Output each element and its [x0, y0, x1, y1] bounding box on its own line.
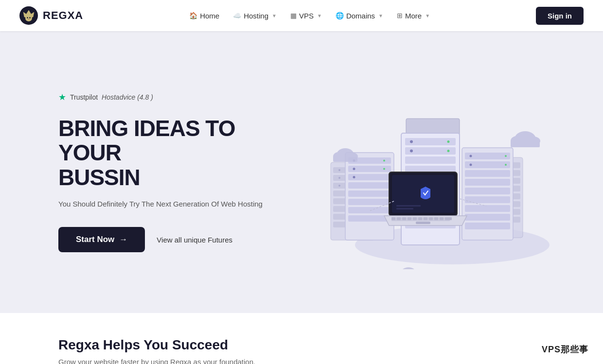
nav-domains[interactable]: 🌐 Domains ▼	[330, 8, 389, 24]
svg-point-71	[410, 150, 413, 153]
svg-point-55	[470, 164, 472, 166]
svg-rect-88	[440, 217, 443, 220]
view-features-link[interactable]: View all unique Futures	[157, 236, 232, 244]
bottom-title: Regxa Helps You Succeed	[58, 337, 545, 353]
svg-rect-98	[511, 140, 540, 147]
svg-rect-81	[402, 217, 406, 220]
svg-rect-76	[396, 205, 421, 207]
bottom-subtitle: Grow your website faster by using Regxa …	[58, 358, 545, 364]
svg-rect-84	[418, 217, 422, 220]
vps-icon: ▦	[290, 12, 297, 19]
svg-point-4	[29, 17, 30, 18]
hero-actions: Start Now → View all unique Futures	[58, 227, 292, 252]
vps-chevron: ▼	[317, 13, 322, 18]
svg-rect-87	[434, 217, 438, 220]
trustpilot-row: ★ Trustpilot Hostadvice (4.8 )	[58, 92, 292, 103]
svg-point-72	[447, 140, 450, 143]
trustpilot-star-icon: ★	[58, 92, 66, 103]
svg-rect-51	[465, 205, 510, 212]
more-icon: ⊞	[397, 12, 403, 19]
globe-icon: 🌐	[336, 12, 344, 19]
home-icon: 🏠	[189, 12, 197, 19]
svg-rect-86	[429, 217, 433, 220]
svg-rect-48	[465, 179, 510, 186]
svg-point-19	[338, 177, 340, 179]
svg-point-56	[505, 155, 507, 157]
svg-rect-25	[348, 182, 391, 189]
server-illustration	[302, 75, 554, 269]
svg-point-31	[353, 168, 355, 170]
svg-point-73	[447, 150, 450, 152]
svg-point-7	[31, 16, 33, 18]
svg-point-70	[410, 140, 413, 143]
svg-point-99	[401, 267, 416, 269]
svg-rect-26	[348, 191, 391, 197]
svg-rect-77	[396, 208, 413, 209]
svg-rect-62	[405, 156, 456, 164]
hosting-chevron: ▼	[272, 13, 277, 18]
hero-title-line2: BUSSIN	[58, 165, 292, 190]
cloud-icon: ☁️	[233, 12, 241, 19]
svg-point-3	[27, 17, 28, 18]
svg-rect-79	[391, 217, 395, 220]
svg-rect-83	[413, 217, 417, 220]
svg-rect-94	[333, 156, 357, 162]
trustpilot-label: Trustpilot	[70, 93, 98, 101]
nav-vps[interactable]: ▦ VPS ▼	[284, 8, 328, 24]
hero-subtitle: You Should Definitely Try The Next Gener…	[58, 199, 292, 210]
logo-link[interactable]: REGXA	[19, 6, 83, 25]
svg-point-6	[25, 16, 27, 18]
svg-point-33	[383, 160, 385, 162]
more-chevron: ▼	[425, 13, 430, 18]
start-now-label: Start Now	[76, 235, 114, 244]
svg-rect-52	[465, 214, 510, 221]
sign-in-button[interactable]: Sign in	[536, 7, 584, 25]
svg-rect-50	[465, 196, 510, 203]
hero-illustration	[292, 75, 564, 269]
navbar: REGXA 🏠 Home ☁️ Hosting ▼ ▦ VPS ▼ 🌐 Doma…	[0, 0, 603, 31]
svg-point-18	[338, 169, 340, 171]
more-label: More	[405, 12, 422, 20]
hosting-label: Hosting	[244, 12, 268, 20]
svg-rect-90	[416, 222, 430, 224]
bottom-section: Regxa Helps You Succeed Grow your websit…	[0, 313, 603, 364]
svg-rect-80	[397, 217, 401, 220]
svg-point-57	[505, 164, 507, 166]
start-now-button[interactable]: Start Now →	[58, 227, 145, 252]
svg-point-5	[28, 19, 30, 20]
svg-rect-85	[424, 217, 427, 220]
logo-icon	[19, 6, 38, 25]
svg-rect-53	[465, 223, 510, 229]
nav-links: 🏠 Home ☁️ Hosting ▼ ▦ VPS ▼ 🌐 Domains ▼ …	[183, 8, 436, 24]
svg-point-54	[470, 155, 472, 157]
domains-chevron: ▼	[378, 13, 383, 18]
hero-section: ★ Trustpilot Hostadvice (4.8 ) BRING IDE…	[0, 31, 603, 313]
hostadvice-label: Hostadvice (4.8 )	[102, 93, 153, 101]
svg-point-32	[353, 176, 355, 178]
svg-rect-49	[465, 188, 510, 194]
svg-rect-89	[445, 217, 452, 220]
arrow-icon: →	[119, 235, 127, 244]
nav-more[interactable]: ⊞ More ▼	[391, 8, 436, 24]
svg-rect-82	[408, 217, 411, 220]
watermark: VPS那些事	[542, 344, 588, 355]
logo-text: REGXA	[43, 9, 83, 22]
svg-point-34	[383, 168, 385, 170]
hero-title-line1: BRING IDEAS TO YOUR	[58, 116, 292, 165]
home-label: Home	[200, 12, 219, 20]
svg-rect-27	[348, 199, 391, 205]
domains-label: Domains	[346, 12, 375, 20]
svg-rect-28	[348, 207, 391, 213]
hero-content: ★ Trustpilot Hostadvice (4.8 ) BRING IDE…	[58, 92, 292, 252]
svg-rect-47	[465, 170, 510, 177]
vps-label: VPS	[299, 12, 314, 20]
svg-point-20	[338, 185, 340, 187]
nav-home[interactable]: 🏠 Home	[183, 8, 225, 24]
nav-hosting[interactable]: ☁️ Hosting ▼	[227, 8, 283, 24]
